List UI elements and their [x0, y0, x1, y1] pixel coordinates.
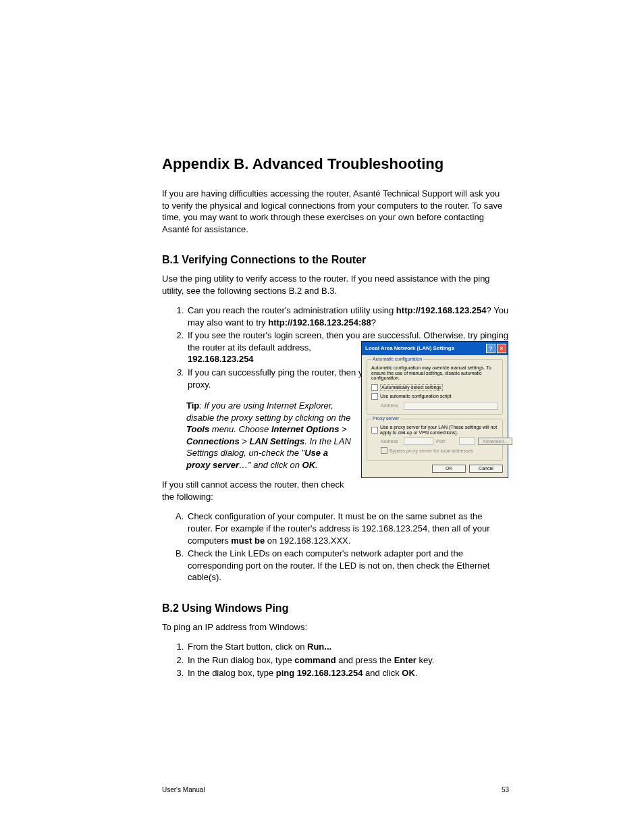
section-b2-heading: B.2 Using Windows Ping — [162, 602, 509, 615]
b2-intro: To ping an IP address from Windows: — [162, 621, 509, 633]
use-proxy-label: Use a proxy server for your LAN (These s… — [380, 425, 498, 435]
proxy-address-field[interactable] — [404, 437, 433, 445]
auto-script-checkbox[interactable] — [371, 393, 378, 400]
b1-step-1: Can you reach the router's administratio… — [186, 305, 509, 328]
b1-check-a: Check configuration of your computer. It… — [186, 511, 509, 546]
lan-settings-dialog: Local Area Network (LAN) Settings ? × Au… — [361, 341, 508, 478]
use-proxy-checkbox[interactable] — [371, 427, 378, 434]
auto-script-label: Use automatic configuration script — [380, 394, 451, 399]
proxy-port-field[interactable] — [459, 437, 475, 445]
address-field[interactable] — [404, 402, 498, 410]
b2-steps: From the Start button, click on Run... I… — [162, 641, 509, 679]
cancel-button[interactable]: Cancel — [469, 465, 503, 473]
b1-checklist: Check configuration of your computer. It… — [162, 511, 509, 583]
footer-left: User's Manual — [162, 786, 205, 793]
page-footer: User's Manual 53 — [162, 786, 509, 793]
b2-step-2: In the Run dialog box, type command and … — [186, 654, 509, 667]
auto-config-group: Automatic configuration Automatic config… — [367, 359, 503, 415]
intro-paragraph: If you are having difficulties accessing… — [162, 188, 509, 235]
proxy-port-label: Port: — [436, 439, 456, 444]
proxy-address-label: Address — [381, 439, 401, 444]
close-icon[interactable]: × — [497, 344, 506, 353]
appendix-title: Appendix B. Advanced Troubleshooting — [162, 155, 509, 173]
proxy-group: Proxy server Use a proxy server for your… — [367, 419, 503, 461]
bypass-checkbox — [381, 447, 387, 454]
proxy-label: Proxy server — [371, 416, 400, 421]
help-icon[interactable]: ? — [486, 344, 495, 353]
advanced-button[interactable]: Advanced... — [478, 438, 512, 446]
auto-config-desc: Automatic configuration may override man… — [371, 365, 498, 381]
bypass-label: Bypass proxy server for local addresses — [390, 448, 473, 454]
auto-config-label: Automatic configuration — [371, 357, 423, 362]
address-label: Address — [381, 403, 401, 409]
b1-still-cannot: If you still cannot access the router, t… — [162, 479, 351, 502]
b2-step-1: From the Start button, click on Run... — [186, 641, 509, 653]
ok-button[interactable]: OK — [432, 465, 466, 473]
section-b1-heading: B.1 Verifying Connections to the Router — [162, 254, 509, 266]
footer-page-number: 53 — [502, 786, 509, 793]
dialog-title: Local Area Network (LAN) Settings — [365, 346, 454, 352]
b2-step-3: In the dialog box, type ping 192.168.123… — [186, 667, 509, 679]
auto-detect-checkbox[interactable] — [371, 384, 378, 391]
auto-detect-label: Automatically detect settings — [380, 384, 443, 391]
b1-intro: Use the ping utility to verify access to… — [162, 273, 509, 296]
dialog-titlebar: Local Area Network (LAN) Settings ? × — [362, 342, 508, 355]
b1-check-b: Check the Link LEDs on each computer's n… — [186, 548, 509, 583]
tip-paragraph: Tip: If you are using Internet Explorer,… — [186, 400, 351, 471]
